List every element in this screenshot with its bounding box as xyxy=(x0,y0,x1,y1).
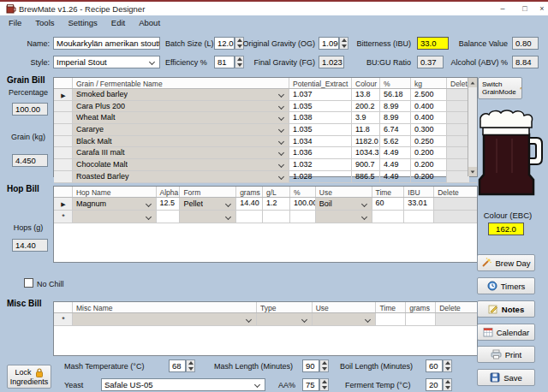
table-row[interactable]: Cararye 1.035 11.8 6.74 0.300 xyxy=(54,124,477,136)
col-grams[interactable]: grams xyxy=(236,187,263,197)
table-new-row[interactable]: * xyxy=(54,211,477,223)
og-spinner[interactable] xyxy=(339,37,348,50)
delete-cell[interactable] xyxy=(447,124,469,135)
mash-length-spinner[interactable] xyxy=(319,359,329,372)
misc-name-cell[interactable] xyxy=(73,313,257,325)
delete-cell[interactable] xyxy=(436,313,477,325)
switch-grainmode-button[interactable]: Switch GrainMode xyxy=(478,77,522,99)
kg-cell[interactable]: 0.250 xyxy=(411,136,447,147)
table-row[interactable]: ▶ Smoked barley 1.037 13.8 56.18 2.500 xyxy=(54,89,477,101)
ferment-temp-spinner[interactable] xyxy=(443,378,452,391)
col-g-per-l[interactable]: g/L xyxy=(263,187,290,197)
boil-length-spinner[interactable] xyxy=(443,359,452,372)
percent-cell[interactable]: 6.74 xyxy=(380,124,411,135)
time-cell[interactable] xyxy=(376,313,406,325)
recipe-name-input[interactable]: Moukarkylän amerikan stoutti xyxy=(53,37,160,50)
og-input[interactable]: 1.090 xyxy=(319,37,339,50)
mash-temp-input[interactable]: 68 xyxy=(169,359,186,372)
percent-cell[interactable]: 5.62 xyxy=(380,136,411,147)
col-delete[interactable]: Delete xyxy=(434,187,477,197)
form-cell[interactable] xyxy=(180,211,236,223)
colour-cell[interactable]: 13.8 xyxy=(352,89,380,100)
col-grain-name[interactable]: Grain / Fermentable Name xyxy=(73,78,289,88)
print-button[interactable]: Print xyxy=(477,346,535,363)
percent-cell[interactable] xyxy=(290,211,316,223)
kg-cell[interactable]: 0.400 xyxy=(411,101,447,112)
use-cell[interactable]: Boil xyxy=(316,198,372,210)
colour-cell[interactable]: 200.2 xyxy=(352,101,380,112)
boil-length-input[interactable]: 60 xyxy=(426,359,443,372)
percent-cell[interactable]: 4.49 xyxy=(380,171,411,182)
col-use[interactable]: Use xyxy=(313,302,377,312)
col-percent[interactable]: % xyxy=(380,78,411,88)
efficiency-input[interactable]: 81 xyxy=(214,56,235,68)
potential-extract-cell[interactable]: 1.035 xyxy=(289,101,352,112)
kg-cell[interactable]: 0.200 xyxy=(411,147,447,158)
save-button[interactable]: Save xyxy=(477,369,535,386)
grain-name-cell[interactable]: Cara Plus 200 xyxy=(73,101,289,112)
ibu-cell[interactable]: 33.01 xyxy=(404,198,434,210)
delete-cell[interactable] xyxy=(447,171,469,182)
minimize-button[interactable]: – xyxy=(497,3,509,14)
delete-cell[interactable] xyxy=(447,136,469,147)
grain-name-cell[interactable]: Chocolate Malt xyxy=(73,159,289,170)
grams-cell[interactable] xyxy=(236,211,263,223)
hop-name-cell[interactable]: Magnum xyxy=(73,198,157,210)
grain-name-cell[interactable]: Carafa III malt xyxy=(73,147,289,158)
g-per-l-cell[interactable]: 1.2 xyxy=(263,198,290,210)
col-colour[interactable]: Colour xyxy=(352,78,380,88)
notes-button[interactable]: Notes xyxy=(477,300,535,318)
mash-length-input[interactable]: 90 xyxy=(302,359,319,372)
type-cell[interactable] xyxy=(257,313,313,325)
table-row[interactable]: ▶ Magnum 12.5 Pellet 14.40 1.2 100.00 Bo… xyxy=(54,198,477,211)
percent-cell[interactable]: 8.99 xyxy=(380,112,411,123)
g-per-l-cell[interactable] xyxy=(263,211,290,223)
table-row[interactable]: Cara Plus 200 1.035 200.2 8.99 0.400 xyxy=(54,101,477,113)
colour-cell[interactable]: 11.8 xyxy=(352,124,380,135)
table-row[interactable]: Black Malt 1.034 1182.0 5.62 0.250 xyxy=(54,136,477,148)
col-delete[interactable]: Delete xyxy=(436,302,477,312)
col-alpha[interactable]: Alpha xyxy=(157,187,181,197)
table-row[interactable]: Wheat Malt 1.038 3.9 8.99 0.400 xyxy=(54,112,477,124)
percent-cell[interactable]: 4.49 xyxy=(380,159,411,170)
potential-extract-cell[interactable]: 1.035 xyxy=(289,124,352,135)
col-potential-extract[interactable]: Potential_Extract xyxy=(289,78,352,88)
calendar-button[interactable]: Calendar xyxy=(477,324,535,341)
delete-cell[interactable] xyxy=(447,101,469,112)
no-chill-checkbox[interactable] xyxy=(24,278,33,288)
percent-cell[interactable]: 100.00 xyxy=(290,198,316,210)
style-select[interactable]: Imperial Stout xyxy=(53,56,160,68)
table-row[interactable]: Carafa III malt 1.036 1034.3 4.49 0.200 xyxy=(54,147,477,159)
kg-cell[interactable]: 0.300 xyxy=(411,124,447,135)
kg-cell[interactable]: 0.200 xyxy=(411,171,447,182)
potential-extract-cell[interactable]: 1.036 xyxy=(289,147,352,158)
time-cell[interactable] xyxy=(372,211,405,223)
use-cell[interactable] xyxy=(316,211,372,223)
grain-name-cell[interactable]: Roasted Barley xyxy=(73,171,289,182)
alpha-cell[interactable]: 12.5 xyxy=(157,198,181,210)
kg-cell[interactable]: 0.400 xyxy=(411,112,447,123)
kg-cell[interactable]: 2.500 xyxy=(411,89,447,100)
close-button[interactable]: × xyxy=(536,3,548,14)
grams-cell[interactable] xyxy=(406,313,436,325)
aa-input[interactable]: 75 xyxy=(302,378,319,391)
grain-name-cell[interactable]: Cararye xyxy=(73,124,289,135)
menu-file[interactable]: File xyxy=(2,17,28,30)
grams-cell[interactable]: 14.40 xyxy=(236,198,263,210)
kg-cell[interactable]: 0.200 xyxy=(411,159,447,170)
percent-cell[interactable]: 56.18 xyxy=(380,89,411,100)
col-use[interactable]: Use xyxy=(316,187,372,197)
col-grams[interactable]: grams xyxy=(406,302,436,312)
menu-settings[interactable]: Settings xyxy=(62,17,104,30)
col-hop-name[interactable]: Hop Name xyxy=(73,187,157,197)
percent-cell[interactable]: 4.49 xyxy=(380,147,411,158)
grain-name-cell[interactable]: Black Malt xyxy=(73,136,289,147)
ferment-temp-input[interactable]: 20 xyxy=(426,378,443,391)
col-time[interactable]: Time xyxy=(376,302,406,312)
colour-cell[interactable]: 1182.0 xyxy=(352,136,380,147)
menu-about[interactable]: About xyxy=(132,17,167,30)
potential-extract-cell[interactable]: 1.032 xyxy=(289,159,352,170)
col-type[interactable]: Type xyxy=(257,302,313,312)
menu-edit[interactable]: Edit xyxy=(104,17,132,30)
maximize-button[interactable]: □ xyxy=(519,3,531,14)
